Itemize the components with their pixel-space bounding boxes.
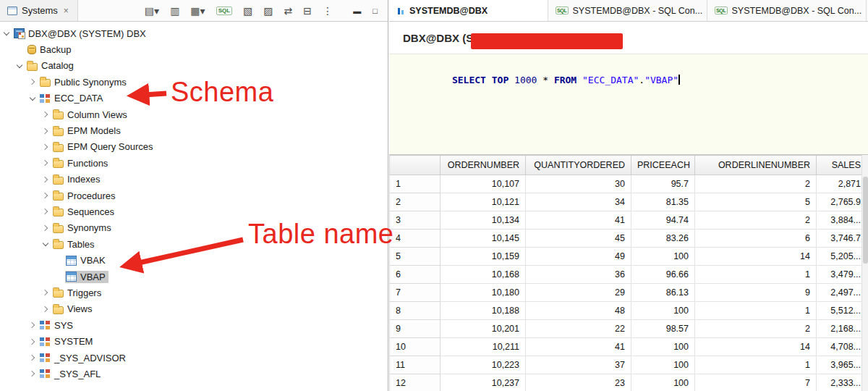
row-number-header[interactable] <box>390 156 441 175</box>
expand-chevron-icon[interactable] <box>42 306 49 313</box>
data-cell[interactable]: 5,512... <box>817 302 867 320</box>
data-cell[interactable]: 14 <box>695 338 817 356</box>
expand-chevron-icon[interactable] <box>3 30 10 37</box>
data-cell[interactable]: 2 <box>695 320 817 338</box>
expand-chevron-icon[interactable] <box>42 208 49 215</box>
tree-item-dbx-dbx-system-dbx[interactable]: DBX@DBX (SYSTEM) DBX <box>0 25 388 41</box>
tree-item-system[interactable]: SYSTEM <box>0 333 388 349</box>
tree-item-views[interactable]: Views <box>0 301 388 317</box>
data-cell[interactable]: 6 <box>695 230 817 248</box>
data-cell[interactable]: 81.35 <box>631 193 695 211</box>
tree-item-vbap[interactable]: VBAP <box>0 269 388 285</box>
expand-chevron-icon[interactable] <box>29 338 36 345</box>
tree-item-procedures[interactable]: Procedures <box>0 188 388 203</box>
sql-console-icon[interactable]: SQL <box>216 7 232 15</box>
data-cell[interactable]: 3,965... <box>817 356 867 374</box>
scrollbar-thumb[interactable] <box>863 177 868 264</box>
data-cell[interactable]: 3,479... <box>817 266 867 284</box>
data-cell[interactable]: 10,188 <box>441 302 526 320</box>
view-menu-icon[interactable]: ⋮ <box>323 6 333 16</box>
row-number-cell[interactable]: 4 <box>390 230 441 248</box>
data-cell[interactable]: 3,884... <box>817 211 867 230</box>
data-cell[interactable]: 10,201 <box>441 320 526 338</box>
data-cell[interactable]: 10,107 <box>441 175 526 193</box>
data-cell[interactable]: 9 <box>695 284 817 302</box>
tree-item-column-views[interactable]: Column Views <box>0 106 388 122</box>
row-number-cell[interactable]: 3 <box>390 211 441 230</box>
data-cell[interactable]: 22 <box>526 320 631 338</box>
tree-item-synonyms[interactable]: Synonyms <box>0 220 388 236</box>
column-header-orderlinenumber[interactable]: ORDERLINENUMBER <box>695 156 817 175</box>
data-cell[interactable]: 48 <box>526 302 631 320</box>
expand-chevron-icon[interactable] <box>29 321 36 329</box>
data-cell[interactable]: 2,871 <box>817 175 867 193</box>
data-cell[interactable]: 41 <box>526 211 631 230</box>
data-cell[interactable]: 34 <box>526 193 631 211</box>
data-cell[interactable]: 10,134 <box>441 211 526 230</box>
data-cell[interactable]: 5,205... <box>817 248 867 266</box>
tree-item-tables[interactable]: Tables <box>0 236 388 252</box>
data-cell[interactable]: 49 <box>526 248 631 266</box>
editor-tab-1[interactable]: SQLSYSTEMDB@DBX - SQL Con... <box>548 0 707 21</box>
tree-item-backup[interactable]: Backup <box>0 41 388 57</box>
data-cell[interactable]: 30 <box>526 175 631 193</box>
data-cell[interactable]: 96.66 <box>631 266 695 284</box>
row-number-cell[interactable]: 1 <box>390 175 441 193</box>
tree-item-sys[interactable]: SYS <box>0 317 388 333</box>
data-cell[interactable]: 10,237 <box>441 374 526 391</box>
column-header-priceeach[interactable]: PRICEEACH <box>631 156 695 175</box>
close-icon[interactable]: × <box>62 6 70 16</box>
column-header-ordernumber[interactable]: ORDERNUMBER <box>441 156 526 175</box>
data-cell[interactable]: 37 <box>526 356 631 374</box>
data-cell[interactable]: 10,159 <box>441 248 526 266</box>
column-header-quantityordered[interactable]: QUANTITYORDERED <box>526 156 631 175</box>
data-cell[interactable]: 2,765.9 <box>817 193 867 211</box>
data-cell[interactable]: 100 <box>631 338 695 356</box>
expand-chevron-icon[interactable] <box>42 176 49 183</box>
data-cell[interactable]: 100 <box>631 302 695 320</box>
export-icon[interactable]: ▨ <box>263 6 273 16</box>
row-number-cell[interactable]: 8 <box>390 302 441 320</box>
minimize-button[interactable]: ▬ <box>353 7 361 15</box>
row-number-cell[interactable]: 6 <box>390 266 441 284</box>
expand-chevron-icon[interactable] <box>42 289 49 296</box>
maximize-button[interactable]: □ <box>373 7 378 15</box>
data-cell[interactable]: 7 <box>695 374 817 391</box>
tab-systems[interactable]: Systems × <box>0 0 78 21</box>
data-cell[interactable]: 86.13 <box>631 284 695 302</box>
expand-chevron-icon[interactable] <box>42 159 49 167</box>
data-cell[interactable]: 45 <box>526 230 631 248</box>
data-cell[interactable]: 10,211 <box>441 338 526 356</box>
expand-chevron-icon[interactable] <box>29 78 36 85</box>
expand-chevron-icon[interactable] <box>16 62 23 70</box>
data-cell[interactable]: 29 <box>526 284 631 302</box>
expand-chevron-icon[interactable] <box>42 240 49 248</box>
data-cell[interactable]: 1 <box>695 266 817 284</box>
data-cell[interactable]: 2 <box>695 211 817 230</box>
row-number-cell[interactable]: 2 <box>390 193 441 211</box>
data-cell[interactable]: 2,497... <box>817 284 867 302</box>
tree-item-sys-afl[interactable]: _SYS_AFL <box>0 366 388 382</box>
data-cell[interactable]: 10,180 <box>441 284 526 302</box>
data-cell[interactable]: 5 <box>695 193 817 211</box>
tree-item-sequences[interactable]: Sequences <box>0 203 388 219</box>
data-cell[interactable]: 2 <box>695 175 817 193</box>
row-number-cell[interactable]: 5 <box>390 248 441 266</box>
expand-chevron-icon[interactable] <box>29 354 36 361</box>
tree-item-functions[interactable]: Functions <box>0 155 388 171</box>
row-number-cell[interactable]: 9 <box>390 320 441 338</box>
data-cell[interactable]: 1 <box>695 356 817 374</box>
expand-chevron-icon[interactable] <box>42 192 49 199</box>
data-cell[interactable]: 10,168 <box>441 266 526 284</box>
expand-chevron-icon[interactable] <box>42 224 49 232</box>
tree-item-vbak[interactable]: VBAK <box>0 252 388 268</box>
data-cell[interactable]: 4,708... <box>817 338 867 356</box>
row-number-cell[interactable]: 11 <box>390 356 441 374</box>
expand-chevron-icon[interactable] <box>42 127 49 135</box>
import-icon[interactable]: ▧ <box>243 6 252 16</box>
data-cell[interactable]: 23 <box>526 374 631 391</box>
editor-tab-0[interactable]: SYSTEMDB@DBX <box>389 0 548 21</box>
data-cell[interactable]: 100 <box>631 248 695 266</box>
data-cell[interactable]: 100 <box>631 374 695 391</box>
vertical-scrollbar[interactable] <box>861 155 868 391</box>
